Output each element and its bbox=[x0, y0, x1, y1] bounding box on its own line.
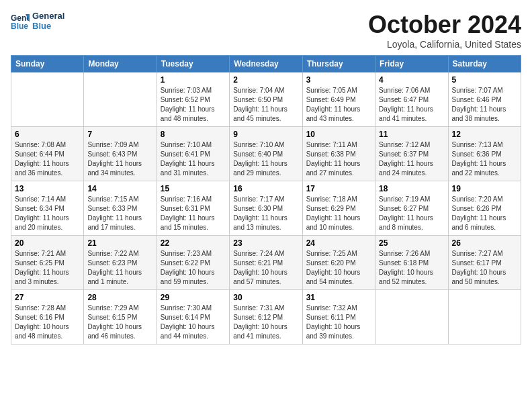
day-number: 30 bbox=[233, 293, 298, 302]
day-number: 2 bbox=[233, 75, 298, 85]
day-info: Sunrise: 7:08 AM Sunset: 6:44 PM Dayligh… bbox=[15, 140, 80, 178]
calendar-cell: 27Sunrise: 7:28 AM Sunset: 6:16 PM Dayli… bbox=[11, 290, 84, 345]
day-info: Sunrise: 7:25 AM Sunset: 6:20 PM Dayligh… bbox=[306, 249, 371, 287]
day-of-week-header: Friday bbox=[375, 56, 448, 73]
day-of-week-header: Sunday bbox=[11, 56, 84, 73]
calendar-cell: 16Sunrise: 7:17 AM Sunset: 6:30 PM Dayli… bbox=[230, 181, 302, 236]
calendar-cell: 14Sunrise: 7:15 AM Sunset: 6:33 PM Dayli… bbox=[84, 181, 157, 236]
day-number: 18 bbox=[379, 184, 444, 193]
day-info: Sunrise: 7:26 AM Sunset: 6:18 PM Dayligh… bbox=[379, 249, 444, 287]
day-info: Sunrise: 7:05 AM Sunset: 6:49 PM Dayligh… bbox=[306, 86, 371, 124]
calendar-cell bbox=[11, 73, 84, 127]
day-number: 16 bbox=[233, 184, 298, 193]
day-number: 26 bbox=[452, 238, 517, 248]
calendar-cell bbox=[84, 73, 157, 127]
day-number: 25 bbox=[379, 238, 444, 248]
day-info: Sunrise: 7:32 AM Sunset: 6:11 PM Dayligh… bbox=[306, 304, 371, 341]
day-info: Sunrise: 7:19 AM Sunset: 6:27 PM Dayligh… bbox=[379, 195, 444, 232]
calendar-cell: 22Sunrise: 7:23 AM Sunset: 6:22 PM Dayli… bbox=[157, 236, 229, 290]
calendar-cell: 25Sunrise: 7:26 AM Sunset: 6:18 PM Dayli… bbox=[375, 236, 448, 290]
logo-line2: Blue bbox=[32, 21, 64, 31]
day-info: Sunrise: 7:09 AM Sunset: 6:43 PM Dayligh… bbox=[87, 140, 152, 178]
day-info: Sunrise: 7:03 AM Sunset: 6:52 PM Dayligh… bbox=[161, 86, 226, 124]
calendar-cell: 30Sunrise: 7:31 AM Sunset: 6:12 PM Dayli… bbox=[230, 290, 302, 345]
calendar-week-row: 1Sunrise: 7:03 AM Sunset: 6:52 PM Daylig… bbox=[11, 73, 521, 127]
day-number: 11 bbox=[379, 130, 444, 139]
day-number: 1 bbox=[161, 75, 226, 85]
page-header: General Blue General Blue October 2024 L… bbox=[11, 11, 521, 50]
day-info: Sunrise: 7:12 AM Sunset: 6:37 PM Dayligh… bbox=[379, 140, 444, 178]
day-info: Sunrise: 7:17 AM Sunset: 6:30 PM Dayligh… bbox=[233, 195, 298, 232]
day-info: Sunrise: 7:14 AM Sunset: 6:34 PM Dayligh… bbox=[15, 195, 80, 232]
calendar-week-row: 20Sunrise: 7:21 AM Sunset: 6:25 PM Dayli… bbox=[11, 236, 521, 290]
day-of-week-header: Thursday bbox=[302, 56, 375, 73]
calendar-cell: 26Sunrise: 7:27 AM Sunset: 6:17 PM Dayli… bbox=[448, 236, 521, 290]
day-number: 5 bbox=[452, 75, 517, 85]
day-info: Sunrise: 7:06 AM Sunset: 6:47 PM Dayligh… bbox=[379, 86, 444, 124]
calendar-cell: 1Sunrise: 7:03 AM Sunset: 6:52 PM Daylig… bbox=[157, 73, 229, 127]
calendar-cell: 7Sunrise: 7:09 AM Sunset: 6:43 PM Daylig… bbox=[84, 127, 157, 181]
day-number: 27 bbox=[15, 293, 80, 302]
day-info: Sunrise: 7:23 AM Sunset: 6:22 PM Dayligh… bbox=[161, 249, 226, 287]
day-number: 20 bbox=[15, 238, 80, 248]
calendar-cell: 6Sunrise: 7:08 AM Sunset: 6:44 PM Daylig… bbox=[11, 127, 84, 181]
calendar-cell: 28Sunrise: 7:29 AM Sunset: 6:15 PM Dayli… bbox=[84, 290, 157, 345]
day-of-week-header: Monday bbox=[84, 56, 157, 73]
day-info: Sunrise: 7:27 AM Sunset: 6:17 PM Dayligh… bbox=[452, 249, 517, 287]
calendar-cell: 20Sunrise: 7:21 AM Sunset: 6:25 PM Dayli… bbox=[11, 236, 84, 290]
calendar-cell bbox=[375, 290, 448, 345]
day-info: Sunrise: 7:07 AM Sunset: 6:46 PM Dayligh… bbox=[452, 86, 517, 124]
day-info: Sunrise: 7:24 AM Sunset: 6:21 PM Dayligh… bbox=[233, 249, 298, 287]
logo: General Blue General Blue bbox=[11, 11, 64, 31]
day-info: Sunrise: 7:18 AM Sunset: 6:29 PM Dayligh… bbox=[306, 195, 371, 232]
calendar-cell: 9Sunrise: 7:10 AM Sunset: 6:40 PM Daylig… bbox=[230, 127, 302, 181]
day-info: Sunrise: 7:28 AM Sunset: 6:16 PM Dayligh… bbox=[15, 304, 80, 341]
calendar-cell bbox=[448, 290, 521, 345]
day-number: 6 bbox=[15, 130, 80, 139]
day-number: 23 bbox=[233, 238, 298, 248]
day-number: 3 bbox=[306, 75, 371, 85]
day-info: Sunrise: 7:31 AM Sunset: 6:12 PM Dayligh… bbox=[233, 304, 298, 341]
calendar-cell: 19Sunrise: 7:20 AM Sunset: 6:26 PM Dayli… bbox=[448, 181, 521, 236]
logo-icon: General Blue bbox=[11, 11, 30, 30]
calendar-cell: 29Sunrise: 7:30 AM Sunset: 6:14 PM Dayli… bbox=[157, 290, 229, 345]
day-of-week-header: Wednesday bbox=[230, 56, 302, 73]
calendar-cell: 2Sunrise: 7:04 AM Sunset: 6:50 PM Daylig… bbox=[230, 73, 302, 127]
day-number: 29 bbox=[161, 293, 226, 302]
month-title: October 2024 bbox=[368, 11, 521, 39]
day-number: 31 bbox=[306, 293, 371, 302]
day-number: 21 bbox=[87, 238, 152, 248]
calendar-cell: 21Sunrise: 7:22 AM Sunset: 6:23 PM Dayli… bbox=[84, 236, 157, 290]
day-of-week-header: Saturday bbox=[448, 56, 521, 73]
day-of-week-header: Tuesday bbox=[157, 56, 229, 73]
calendar-cell: 24Sunrise: 7:25 AM Sunset: 6:20 PM Dayli… bbox=[302, 236, 375, 290]
day-info: Sunrise: 7:13 AM Sunset: 6:36 PM Dayligh… bbox=[452, 140, 517, 178]
day-number: 22 bbox=[161, 238, 226, 248]
calendar-cell: 3Sunrise: 7:05 AM Sunset: 6:49 PM Daylig… bbox=[302, 73, 375, 127]
calendar-cell: 8Sunrise: 7:10 AM Sunset: 6:41 PM Daylig… bbox=[157, 127, 229, 181]
day-info: Sunrise: 7:04 AM Sunset: 6:50 PM Dayligh… bbox=[233, 86, 298, 124]
title-block: October 2024 Loyola, California, United … bbox=[368, 11, 521, 50]
day-number: 15 bbox=[161, 184, 226, 193]
logo-line1: General bbox=[32, 11, 64, 21]
calendar-cell: 31Sunrise: 7:32 AM Sunset: 6:11 PM Dayli… bbox=[302, 290, 375, 345]
calendar-cell: 13Sunrise: 7:14 AM Sunset: 6:34 PM Dayli… bbox=[11, 181, 84, 236]
calendar-cell: 17Sunrise: 7:18 AM Sunset: 6:29 PM Dayli… bbox=[302, 181, 375, 236]
calendar-cell: 4Sunrise: 7:06 AM Sunset: 6:47 PM Daylig… bbox=[375, 73, 448, 127]
day-info: Sunrise: 7:10 AM Sunset: 6:40 PM Dayligh… bbox=[233, 140, 298, 178]
calendar-header-row: SundayMondayTuesdayWednesdayThursdayFrid… bbox=[11, 56, 521, 73]
calendar-cell: 5Sunrise: 7:07 AM Sunset: 6:46 PM Daylig… bbox=[448, 73, 521, 127]
day-number: 19 bbox=[452, 184, 517, 193]
day-info: Sunrise: 7:11 AM Sunset: 6:38 PM Dayligh… bbox=[306, 140, 371, 178]
day-info: Sunrise: 7:21 AM Sunset: 6:25 PM Dayligh… bbox=[15, 249, 80, 287]
day-number: 7 bbox=[87, 130, 152, 139]
calendar-cell: 15Sunrise: 7:16 AM Sunset: 6:31 PM Dayli… bbox=[157, 181, 229, 236]
calendar-cell: 12Sunrise: 7:13 AM Sunset: 6:36 PM Dayli… bbox=[448, 127, 521, 181]
calendar-week-row: 6Sunrise: 7:08 AM Sunset: 6:44 PM Daylig… bbox=[11, 127, 521, 181]
day-info: Sunrise: 7:29 AM Sunset: 6:15 PM Dayligh… bbox=[87, 304, 152, 341]
day-number: 4 bbox=[379, 75, 444, 85]
location-subtitle: Loyola, California, United States bbox=[368, 39, 521, 50]
day-info: Sunrise: 7:16 AM Sunset: 6:31 PM Dayligh… bbox=[161, 195, 226, 232]
day-number: 8 bbox=[161, 130, 226, 139]
calendar-cell: 18Sunrise: 7:19 AM Sunset: 6:27 PM Dayli… bbox=[375, 181, 448, 236]
